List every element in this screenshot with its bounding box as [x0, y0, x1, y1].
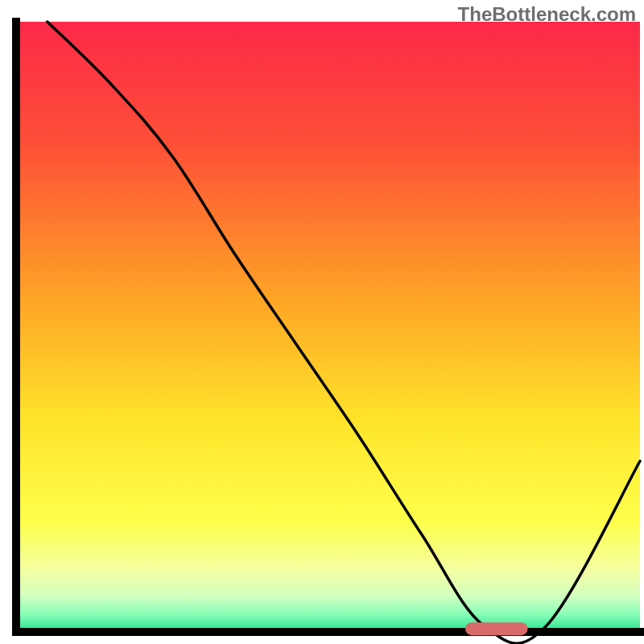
bottleneck-chart: [0, 0, 644, 644]
watermark-text: TheBottleneck.com: [458, 3, 636, 26]
optimal-range-marker: [465, 622, 528, 635]
chart-container: TheBottleneck.com: [0, 0, 644, 644]
chart-background-gradient: [16, 22, 640, 632]
